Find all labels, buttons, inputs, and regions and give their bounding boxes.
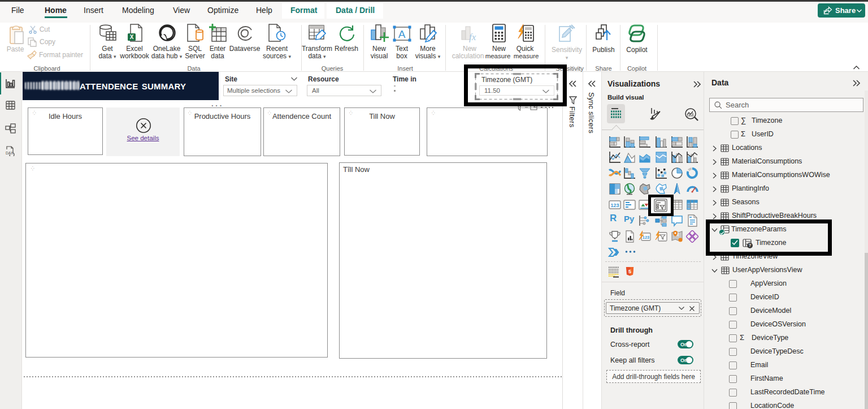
- svg-text:A: A: [398, 28, 406, 40]
- svg-text:5: 5: [628, 269, 631, 274]
- svg-text:X: X: [130, 34, 134, 40]
- svg-text:DAX: DAX: [6, 151, 14, 155]
- svg-text:123: 123: [643, 235, 650, 240]
- svg-text:fx: fx: [469, 32, 476, 42]
- svg-text:123: 123: [610, 203, 619, 208]
